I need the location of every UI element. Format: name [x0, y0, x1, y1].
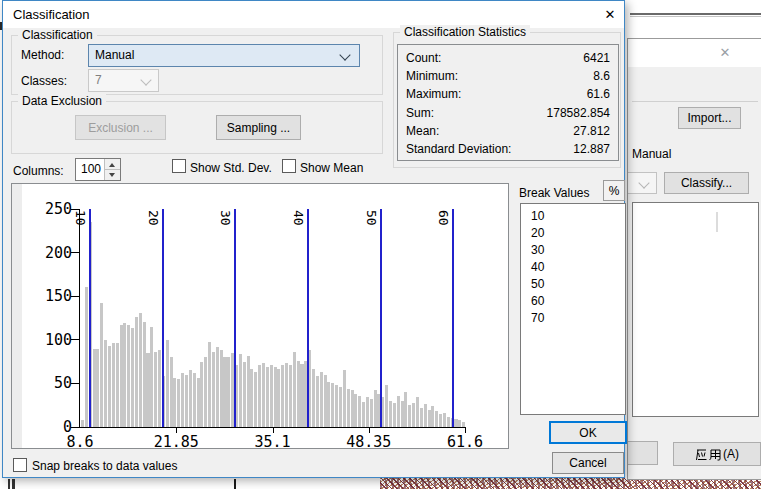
break-line-label: 40	[292, 210, 305, 226]
histogram-bar	[189, 370, 192, 427]
histogram-bar	[247, 356, 250, 428]
histogram-bar	[216, 347, 219, 427]
columns-value: 100	[81, 162, 101, 176]
histogram-bar	[327, 382, 330, 427]
histogram-bar	[362, 402, 365, 427]
classes-dropdown: 7	[88, 69, 159, 92]
ok-button[interactable]: OK	[549, 421, 627, 444]
up-arrow-icon	[109, 163, 115, 167]
stat-value: 61.6	[587, 85, 610, 103]
histogram-bar	[220, 350, 223, 427]
stat-value: 8.6	[593, 67, 610, 85]
histogram-bar	[289, 365, 292, 427]
break-value-item[interactable]: 10	[521, 208, 625, 225]
histogram-bar	[223, 357, 226, 427]
histogram-bar	[270, 365, 273, 427]
break-value-item[interactable]: 70	[521, 310, 625, 327]
stat-label: Maximum:	[406, 85, 461, 103]
spinner-down-button[interactable]	[105, 170, 120, 181]
break-line-label: 50	[365, 210, 378, 226]
close-icon[interactable]: ✕	[597, 4, 623, 25]
x-axis-tick-label: 21.85	[140, 433, 212, 451]
histogram-bar	[331, 383, 334, 427]
background-toolbar-edge-shadow	[630, 16, 761, 17]
histogram-bar	[146, 353, 149, 427]
method-dropdown[interactable]: Manual	[88, 44, 360, 67]
histogram-bar	[374, 390, 377, 427]
histogram-bar	[343, 370, 346, 427]
histogram-bar	[131, 328, 134, 427]
snap-breaks-label: Snap breaks to data values	[32, 459, 177, 473]
histogram-bar	[354, 394, 357, 427]
histogram-bar	[139, 313, 142, 427]
break-line[interactable]	[89, 209, 91, 427]
histogram-bar	[443, 413, 446, 427]
histogram-bar	[208, 342, 211, 427]
partial-button[interactable]	[628, 441, 658, 465]
classify-button[interactable]: Classify...	[664, 172, 749, 194]
histogram-bar	[266, 367, 269, 427]
import-button[interactable]: Import...	[678, 107, 741, 129]
histogram-bar	[154, 352, 157, 427]
break-value-item[interactable]: 20	[521, 225, 625, 242]
classes-dropdown-partial	[628, 172, 657, 194]
snap-breaks-checkbox[interactable]	[13, 458, 27, 472]
histogram-bar	[454, 419, 457, 427]
histogram-bar	[420, 408, 423, 427]
histogram-bar	[439, 414, 442, 427]
break-value-item[interactable]: 40	[521, 259, 625, 276]
y-axis-tick	[71, 252, 80, 253]
break-line[interactable]	[307, 209, 309, 427]
show-std-dev-checkbox[interactable]	[172, 159, 186, 173]
sampling-button[interactable]: Sampling ...	[216, 115, 301, 140]
break-values-label: Break Values	[519, 186, 589, 200]
break-line[interactable]	[452, 209, 454, 427]
data-exclusion-groupbox: Data Exclusion	[11, 101, 383, 154]
histogram-bar	[385, 385, 388, 427]
histogram-bar	[258, 365, 261, 427]
histogram-bar	[316, 376, 319, 427]
method-label: Method:	[21, 48, 64, 62]
apply-button[interactable]: (A)	[673, 442, 761, 466]
symbology-listbox[interactable]	[632, 202, 759, 417]
histogram-bar	[401, 401, 404, 427]
close-icon[interactable]: ✕	[713, 44, 737, 62]
percent-button[interactable]: %	[603, 180, 625, 201]
show-mean-checkbox[interactable]	[282, 159, 296, 173]
spinner-up-button[interactable]	[105, 159, 120, 170]
groupbox-label: Classification	[18, 28, 97, 42]
histogram-bar	[274, 367, 277, 427]
x-axis-tick-label: 48.35	[333, 433, 405, 451]
x-axis-tick-label: 35.1	[237, 433, 309, 451]
y-axis-tick	[71, 383, 80, 384]
scrollbar[interactable]	[716, 212, 718, 232]
histogram-bar	[424, 404, 427, 427]
histogram-bar	[462, 422, 465, 427]
break-value-item[interactable]: 50	[521, 276, 625, 293]
histogram-bar	[204, 357, 207, 427]
columns-spinner[interactable]: 100	[75, 158, 121, 181]
histogram-bar	[370, 399, 373, 427]
histogram-bar	[85, 287, 88, 427]
break-line[interactable]	[380, 209, 382, 427]
histogram-bar	[320, 372, 323, 427]
break-value-item[interactable]: 60	[521, 293, 625, 310]
histogram-bar	[93, 349, 96, 427]
histogram-bar	[312, 369, 315, 427]
cancel-button[interactable]: Cancel	[552, 452, 624, 474]
break-values-listbox[interactable]: 10203040506070	[520, 203, 626, 415]
stat-label: Minimum:	[406, 67, 458, 85]
x-axis-tick-label: 8.6	[44, 433, 116, 451]
break-line[interactable]	[162, 209, 164, 427]
classes-label: Classes:	[21, 74, 67, 88]
background-dialog-titlebar	[628, 39, 761, 67]
spinner-buttons	[104, 159, 120, 180]
break-line[interactable]	[234, 209, 236, 427]
titlebar[interactable]: Classification ✕	[3, 1, 624, 28]
break-value-item[interactable]: 30	[521, 242, 625, 259]
histogram-bar	[254, 372, 257, 427]
chevron-down-icon	[339, 49, 350, 60]
histogram-bar	[262, 363, 265, 427]
histogram-bar	[447, 417, 450, 427]
histogram-bar	[408, 405, 411, 427]
